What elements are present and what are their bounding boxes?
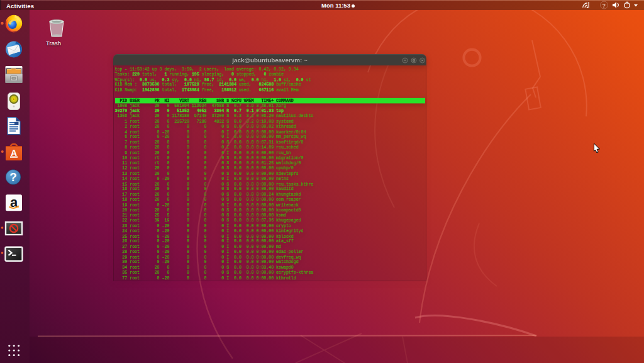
svg-text:?: ?: [9, 170, 17, 184]
svg-text:?: ?: [602, 3, 606, 9]
